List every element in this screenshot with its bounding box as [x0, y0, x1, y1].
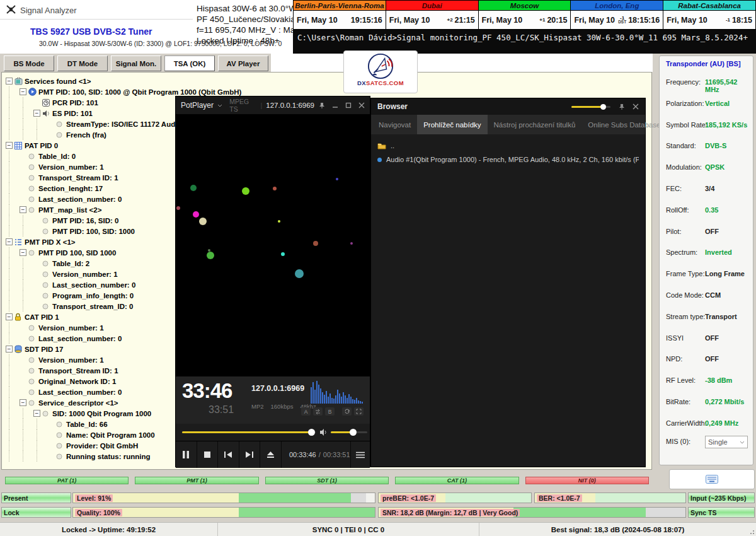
- collapse-icon[interactable]: [33, 110, 40, 117]
- menu-icon[interactable]: [350, 441, 370, 468]
- pin-icon[interactable]: [318, 102, 325, 109]
- best-signal-status: Best signal: 18,3 dB (2024-05-08 18:07): [479, 523, 756, 536]
- collapse-icon[interactable]: [6, 238, 13, 245]
- tab-av-player[interactable]: AV Player: [218, 55, 268, 71]
- ab-swap-icon[interactable]: [313, 407, 323, 416]
- chevron-down-icon[interactable]: [217, 104, 222, 107]
- video-particle: [281, 252, 285, 256]
- browser-tab-prohl-e-nab-dky[interactable]: Prohlížeč nabídky: [417, 115, 487, 134]
- bullet-icon: [42, 282, 52, 288]
- tree-item-label: Last_section_number: 0: [38, 195, 122, 203]
- logo-text: DXSATCS.COM: [357, 79, 404, 86]
- browser-tab-online-subs-database[interactable]: Online Subs Database: [581, 115, 667, 134]
- pid-bar-cat: CAT (1): [395, 477, 518, 484]
- mis-dropdown[interactable]: Single: [705, 436, 748, 448]
- tree-item-label: French (fra): [66, 131, 106, 139]
- maximize-icon[interactable]: [345, 102, 352, 108]
- video-area[interactable]: [176, 114, 370, 376]
- tree-guide: [23, 108, 33, 119]
- tree-guide: [9, 301, 20, 312]
- transponder-row: Spectrum:Inverted: [660, 243, 753, 264]
- transponder-row: Standard:DVB-S: [660, 136, 753, 158]
- fullscreen-icon[interactable]: [354, 407, 364, 416]
- collapse-icon[interactable]: [20, 399, 26, 406]
- list-icon: [14, 238, 25, 246]
- tree-guide: [23, 129, 33, 140]
- collapse-icon[interactable]: [6, 142, 13, 149]
- audio-track-row[interactable]: Audio #1(Qbit Program 1000) - French, MP…: [377, 153, 639, 166]
- video-particle: [273, 187, 277, 190]
- collapse-icon[interactable]: [6, 313, 13, 320]
- browser-tab-n-stroj-proch-zen-titulk-[interactable]: Nástroj procházení titulků: [488, 115, 582, 134]
- db-icon: [14, 345, 25, 353]
- collapse-icon[interactable]: [20, 249, 26, 256]
- resize-grip[interactable]: [748, 528, 755, 535]
- browser-tab-navigovat[interactable]: Navigovat: [372, 115, 417, 134]
- tab-dt-mode[interactable]: DT Mode: [57, 55, 108, 71]
- ab-repeat-b-button[interactable]: B: [325, 407, 335, 416]
- transponder-label: BitRate:: [666, 398, 690, 405]
- video-particle: [176, 206, 180, 210]
- collapse-icon[interactable]: [6, 78, 13, 84]
- volume-knob[interactable]: [350, 429, 357, 436]
- folder-up-row[interactable]: ..: [377, 139, 639, 153]
- seek-knob[interactable]: [308, 429, 315, 436]
- bullet-icon: [56, 453, 66, 460]
- tree-guide: [23, 258, 33, 269]
- ab-repeat-a-button[interactable]: A: [301, 407, 311, 416]
- pause-button[interactable]: [176, 441, 197, 468]
- tab-signal-mon-[interactable]: Signal Mon.: [111, 55, 161, 71]
- transponder-value: Vertical: [705, 100, 730, 107]
- collapse-icon[interactable]: [20, 206, 26, 213]
- divider: [0, 19, 193, 20]
- transponder-value: 3/4: [705, 185, 714, 192]
- video-particle: [278, 220, 280, 223]
- pid-bar-nit: NIT (0): [525, 477, 649, 484]
- collapse-icon[interactable]: [20, 88, 26, 95]
- tab-bs-mode[interactable]: BS Mode: [4, 55, 54, 71]
- pid-bar-pat: PAT (1): [5, 477, 129, 484]
- eject-button[interactable]: [260, 441, 282, 468]
- signal-analyzer-window: Signal Analyzer TBS 5927 USB DVB-S2 Tune…: [0, 0, 756, 536]
- browser-slider[interactable]: [571, 103, 610, 110]
- tab-tsa-ok-[interactable]: TSA (OK): [164, 55, 215, 71]
- tree-guide: [23, 119, 33, 129]
- pid-bar-pmt: PMT (1): [135, 477, 258, 484]
- transponder-row: RollOff:0.35: [660, 201, 753, 222]
- close-icon[interactable]: [633, 103, 639, 110]
- close-icon[interactable]: [358, 102, 365, 108]
- bullet-icon: [28, 207, 38, 213]
- tree-guide: [9, 172, 20, 183]
- bullet-icon: [28, 335, 38, 342]
- transponder-panel: Transponder (AU) [BS] Frequency:11695,54…: [659, 55, 753, 465]
- minimize-icon[interactable]: [332, 102, 338, 108]
- lock-indicator: Lock: [1, 507, 71, 518]
- previous-button[interactable]: [218, 441, 239, 468]
- collapse-icon[interactable]: [6, 346, 13, 352]
- tree-item-label: PMT_map_list <2>: [38, 206, 101, 214]
- tree-guide: [9, 247, 20, 258]
- folder-up-label: ..: [391, 142, 394, 149]
- speaker-icon[interactable]: [319, 428, 328, 436]
- repeat-icon[interactable]: [342, 407, 352, 416]
- audio-track-label: Audio #1(Qbit Program 1000) - French, MP…: [386, 156, 639, 163]
- remote-panel[interactable]: [669, 469, 755, 489]
- transponder-label: Frame Type:: [666, 270, 705, 277]
- pin-icon[interactable]: [618, 103, 625, 110]
- collapse-icon[interactable]: [33, 410, 40, 417]
- tree-item[interactable]: Services found <1>: [6, 76, 651, 86]
- bullet-icon: [28, 378, 38, 385]
- player-controls: 00:33:46 / 00:33:51: [176, 441, 370, 468]
- tree-item-label: Provider: Qbit GmbH: [66, 442, 138, 450]
- potplayer-titlebar[interactable]: PotPlayer MPEG TS | 127.0.0.1:6969: [176, 96, 370, 114]
- speaker-icon: [42, 110, 52, 117]
- transponder-value: OFF: [705, 228, 719, 235]
- next-button[interactable]: [239, 441, 261, 468]
- tree-item-label: Program_info_length: 0: [52, 292, 134, 300]
- transponder-value: 185,192 KS/s: [705, 121, 747, 129]
- tree-guide: [9, 451, 20, 462]
- browser-titlebar[interactable]: Browser: [371, 98, 645, 115]
- window-title: Signal Analyzer: [20, 6, 77, 15]
- tree-guide: [23, 215, 33, 226]
- stop-button[interactable]: [197, 441, 219, 468]
